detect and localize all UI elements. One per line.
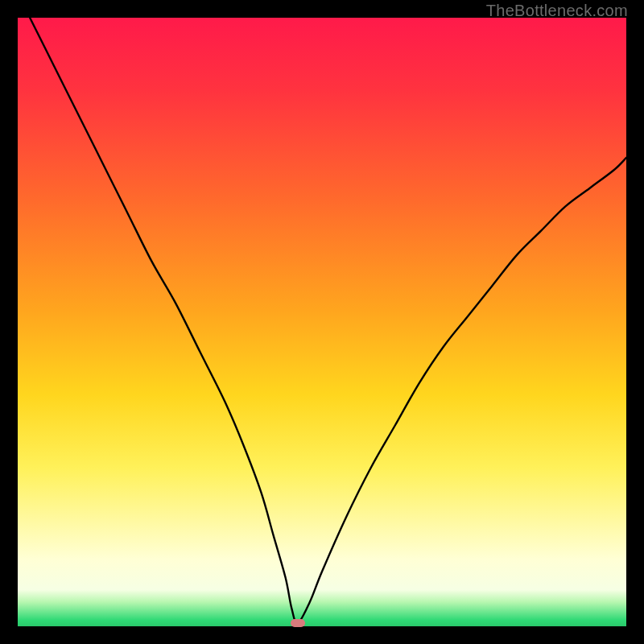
chart-frame [18,18,626,626]
optimal-point-marker [291,619,305,627]
bottleneck-curve [18,18,626,626]
